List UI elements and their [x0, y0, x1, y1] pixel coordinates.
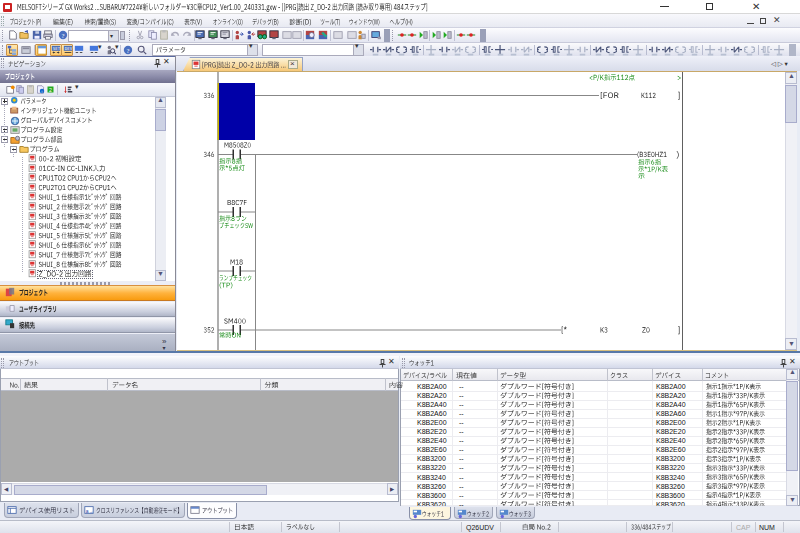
svg-text:DEV: DEV [64, 46, 72, 51]
svg-text:a→: a→ [86, 508, 94, 514]
svg-text:SET: SET [53, 46, 61, 51]
svg-text:?: ? [61, 31, 64, 38]
svg-text:2: 2 [49, 87, 52, 93]
svg-text:?: ? [127, 46, 130, 53]
